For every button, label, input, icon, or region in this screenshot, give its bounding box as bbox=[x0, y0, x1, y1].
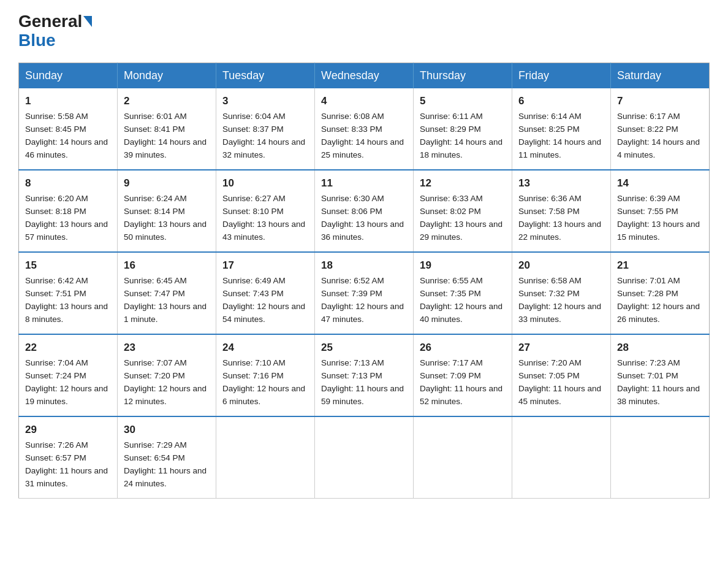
calendar-cell: 29Sunrise: 7:26 AMSunset: 6:57 PMDayligh… bbox=[19, 416, 118, 499]
header-day-saturday: Saturday bbox=[611, 63, 710, 88]
daylight-text: Daylight: 14 hours and 11 minutes. bbox=[518, 137, 601, 159]
logo-blue-text: Blue bbox=[18, 31, 56, 50]
week-row-3: 15Sunrise: 6:42 AMSunset: 7:51 PMDayligh… bbox=[19, 252, 710, 334]
sunrise-text: Sunrise: 7:23 AM bbox=[617, 358, 680, 367]
sunset-text: Sunset: 6:54 PM bbox=[124, 453, 185, 462]
sunset-text: Sunset: 8:29 PM bbox=[420, 124, 481, 134]
sunrise-text: Sunrise: 6:55 AM bbox=[420, 276, 483, 285]
day-number: 8 bbox=[25, 175, 111, 191]
week-row-5: 29Sunrise: 7:26 AMSunset: 6:57 PMDayligh… bbox=[19, 416, 710, 499]
calendar-cell: 23Sunrise: 7:07 AMSunset: 7:20 PMDayligh… bbox=[118, 334, 216, 416]
sunset-text: Sunset: 7:05 PM bbox=[518, 371, 580, 380]
calendar-cell: 19Sunrise: 6:55 AMSunset: 7:35 PMDayligh… bbox=[414, 252, 512, 334]
daylight-text: Daylight: 11 hours and 52 minutes. bbox=[420, 384, 502, 406]
sunset-text: Sunset: 8:25 PM bbox=[518, 124, 580, 134]
sunrise-text: Sunrise: 6:20 AM bbox=[25, 194, 88, 203]
daylight-text: Daylight: 13 hours and 29 minutes. bbox=[420, 220, 502, 242]
calendar-cell: 18Sunrise: 6:52 AMSunset: 7:39 PMDayligh… bbox=[315, 252, 414, 334]
daylight-text: Daylight: 12 hours and 40 minutes. bbox=[420, 302, 502, 324]
sunrise-text: Sunrise: 6:08 AM bbox=[321, 112, 384, 121]
sunset-text: Sunset: 8:45 PM bbox=[25, 124, 86, 134]
daylight-text: Daylight: 12 hours and 47 minutes. bbox=[321, 302, 404, 324]
logo-arrow-icon bbox=[83, 16, 92, 27]
sunset-text: Sunset: 7:58 PM bbox=[518, 207, 580, 216]
calendar-cell bbox=[414, 416, 512, 499]
day-number: 3 bbox=[222, 93, 308, 109]
day-number: 15 bbox=[25, 258, 111, 274]
sunset-text: Sunset: 8:06 PM bbox=[321, 207, 382, 216]
header-day-tuesday: Tuesday bbox=[216, 63, 315, 88]
daylight-text: Daylight: 14 hours and 25 minutes. bbox=[321, 137, 404, 159]
daylight-text: Daylight: 12 hours and 6 minutes. bbox=[222, 384, 305, 406]
day-number: 30 bbox=[124, 422, 210, 438]
daylight-text: Daylight: 14 hours and 39 minutes. bbox=[124, 137, 207, 159]
sunset-text: Sunset: 8:41 PM bbox=[124, 124, 185, 134]
week-row-1: 1Sunrise: 5:58 AMSunset: 8:45 PMDaylight… bbox=[19, 88, 710, 170]
calendar-cell: 2Sunrise: 6:01 AMSunset: 8:41 PMDaylight… bbox=[118, 88, 216, 170]
day-number: 17 bbox=[222, 258, 308, 274]
day-number: 4 bbox=[321, 93, 407, 109]
daylight-text: Daylight: 13 hours and 36 minutes. bbox=[321, 220, 404, 242]
sunrise-text: Sunrise: 6:33 AM bbox=[420, 194, 483, 203]
calendar-cell: 28Sunrise: 7:23 AMSunset: 7:01 PMDayligh… bbox=[611, 334, 710, 416]
daylight-text: Daylight: 12 hours and 19 minutes. bbox=[25, 384, 108, 406]
day-number: 21 bbox=[617, 258, 703, 274]
calendar-cell: 15Sunrise: 6:42 AMSunset: 7:51 PMDayligh… bbox=[19, 252, 118, 334]
header-day-thursday: Thursday bbox=[414, 63, 512, 88]
calendar-cell: 7Sunrise: 6:17 AMSunset: 8:22 PMDaylight… bbox=[611, 88, 710, 170]
sunrise-text: Sunrise: 6:58 AM bbox=[518, 276, 582, 285]
day-number: 12 bbox=[420, 175, 506, 191]
sunset-text: Sunset: 7:20 PM bbox=[124, 371, 185, 380]
daylight-text: Daylight: 13 hours and 1 minute. bbox=[124, 302, 207, 324]
sunrise-text: Sunrise: 6:11 AM bbox=[420, 112, 483, 121]
header-day-monday: Monday bbox=[118, 63, 216, 88]
sunset-text: Sunset: 8:10 PM bbox=[222, 207, 284, 216]
day-number: 24 bbox=[222, 340, 308, 356]
sunset-text: Sunset: 7:32 PM bbox=[518, 289, 580, 298]
calendar-cell: 25Sunrise: 7:13 AMSunset: 7:13 PMDayligh… bbox=[315, 334, 414, 416]
daylight-text: Daylight: 13 hours and 57 minutes. bbox=[25, 220, 108, 242]
daylight-text: Daylight: 14 hours and 18 minutes. bbox=[420, 137, 502, 159]
calendar-cell: 5Sunrise: 6:11 AMSunset: 8:29 PMDaylight… bbox=[414, 88, 512, 170]
day-number: 28 bbox=[617, 340, 703, 356]
sunrise-text: Sunrise: 6:39 AM bbox=[617, 194, 680, 203]
calendar-cell: 12Sunrise: 6:33 AMSunset: 8:02 PMDayligh… bbox=[414, 170, 512, 252]
sunrise-text: Sunrise: 6:30 AM bbox=[321, 194, 384, 203]
sunrise-text: Sunrise: 5:58 AM bbox=[25, 112, 88, 121]
daylight-text: Daylight: 12 hours and 54 minutes. bbox=[222, 302, 305, 324]
calendar-cell: 30Sunrise: 7:29 AMSunset: 6:54 PMDayligh… bbox=[118, 416, 216, 499]
sunset-text: Sunset: 7:01 PM bbox=[617, 371, 678, 380]
calendar-cell bbox=[315, 416, 414, 499]
header-day-friday: Friday bbox=[512, 63, 611, 88]
day-number: 5 bbox=[420, 93, 506, 109]
sunset-text: Sunset: 7:13 PM bbox=[321, 371, 382, 380]
calendar-cell: 8Sunrise: 6:20 AMSunset: 8:18 PMDaylight… bbox=[19, 170, 118, 252]
sunrise-text: Sunrise: 6:27 AM bbox=[222, 194, 286, 203]
sunrise-text: Sunrise: 7:01 AM bbox=[617, 276, 680, 285]
header-day-wednesday: Wednesday bbox=[315, 63, 414, 88]
sunrise-text: Sunrise: 6:52 AM bbox=[321, 276, 384, 285]
day-number: 23 bbox=[124, 340, 210, 356]
sunrise-text: Sunrise: 6:17 AM bbox=[617, 112, 680, 121]
calendar-cell bbox=[216, 416, 315, 499]
daylight-text: Daylight: 13 hours and 43 minutes. bbox=[222, 220, 305, 242]
sunrise-text: Sunrise: 6:45 AM bbox=[124, 276, 187, 285]
calendar-cell: 1Sunrise: 5:58 AMSunset: 8:45 PMDaylight… bbox=[19, 88, 118, 170]
sunrise-text: Sunrise: 6:24 AM bbox=[124, 194, 187, 203]
calendar-cell: 26Sunrise: 7:17 AMSunset: 7:09 PMDayligh… bbox=[414, 334, 512, 416]
sunset-text: Sunset: 8:22 PM bbox=[617, 124, 678, 134]
header-row: SundayMondayTuesdayWednesdayThursdayFrid… bbox=[19, 63, 710, 88]
sunrise-text: Sunrise: 7:26 AM bbox=[25, 440, 88, 450]
sunset-text: Sunset: 7:51 PM bbox=[25, 289, 86, 298]
daylight-text: Daylight: 13 hours and 8 minutes. bbox=[25, 302, 108, 324]
calendar-cell: 13Sunrise: 6:36 AMSunset: 7:58 PMDayligh… bbox=[512, 170, 611, 252]
sunrise-text: Sunrise: 7:20 AM bbox=[518, 358, 582, 367]
sunrise-text: Sunrise: 7:10 AM bbox=[222, 358, 286, 367]
page-header: General Blue bbox=[18, 12, 710, 50]
calendar-cell bbox=[512, 416, 611, 499]
sunrise-text: Sunrise: 6:01 AM bbox=[124, 112, 187, 121]
daylight-text: Daylight: 14 hours and 46 minutes. bbox=[25, 137, 108, 159]
sunset-text: Sunset: 7:16 PM bbox=[222, 371, 284, 380]
sunset-text: Sunset: 7:39 PM bbox=[321, 289, 382, 298]
daylight-text: Daylight: 13 hours and 22 minutes. bbox=[518, 220, 601, 242]
